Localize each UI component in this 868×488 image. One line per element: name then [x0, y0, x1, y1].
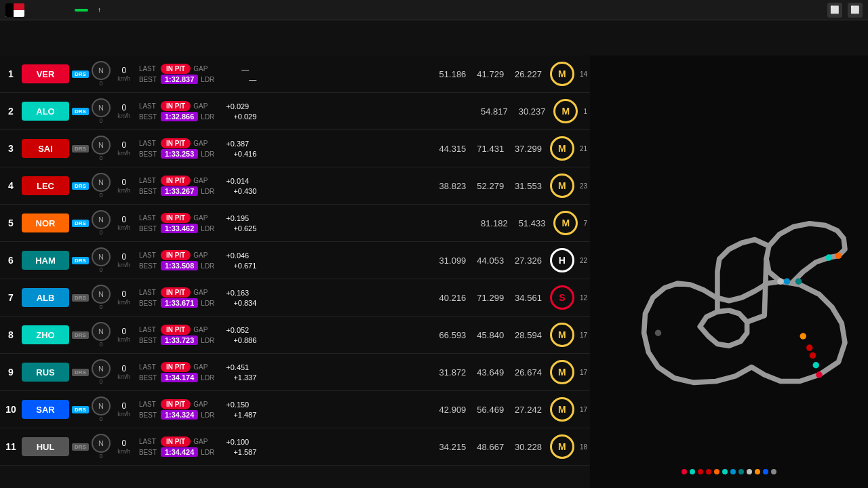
- position-dot: [722, 469, 728, 474]
- tyre-compound-badge: M: [550, 174, 574, 198]
- position-number: 4: [3, 180, 19, 191]
- position-number: 2: [3, 106, 19, 117]
- in-pit-button[interactable]: IN PIT: [161, 176, 191, 186]
- lap-info: LAST IN PIT GAP — BEST 1:32.837 LDR —: [139, 64, 256, 84]
- speed-display: 0 km/h: [113, 439, 135, 455]
- track-map-svg: [600, 143, 858, 401]
- sector1: 38.823: [439, 181, 467, 191]
- main-content: 1 VER DRS N 0 0 km/h LAST IN PIT GAP — B…: [0, 56, 868, 488]
- neutral-circle: N: [92, 396, 111, 415]
- speed-display: 0 km/h: [113, 364, 135, 380]
- sector2: 43.649: [477, 367, 504, 378]
- last-lap-row: LAST IN PIT GAP +0.150: [139, 399, 256, 409]
- sector3: 37.299: [515, 144, 542, 154]
- last-lap-row: LAST IN PIT GAP +0.014: [139, 176, 256, 186]
- position-dots-row: [682, 469, 776, 474]
- position-dot: [730, 469, 736, 474]
- sector1: 66.593: [439, 330, 467, 340]
- in-pit-button[interactable]: IN PIT: [161, 138, 191, 148]
- neutral-sub: 0: [99, 80, 102, 87]
- track-status-badge: [75, 9, 88, 12]
- icon-btn-1[interactable]: ⬜: [827, 3, 842, 18]
- speed-display: 0 km/h: [113, 66, 135, 82]
- neutral-sub: 0: [99, 192, 102, 199]
- in-pit-button[interactable]: IN PIT: [161, 436, 191, 447]
- tyre-laps: 22: [580, 257, 587, 264]
- position-number: 7: [3, 292, 19, 303]
- position-number: 3: [3, 143, 19, 154]
- tyre-compound-badge: M: [550, 62, 574, 86]
- lap-info: LAST IN PIT GAP +0.100 BEST 1:34.424 LDR…: [139, 436, 256, 457]
- driver-row: 11 HUL DRS N 0 0 km/h LAST IN PIT GAP +0…: [0, 428, 590, 466]
- sector1: 51.186: [439, 69, 467, 79]
- lap-info: LAST IN PIT GAP +0.163 BEST 1:33.671 LDR…: [139, 287, 256, 308]
- drs-badge: DRS: [72, 108, 89, 115]
- position-number: 6: [3, 255, 19, 266]
- in-pit-button[interactable]: IN PIT: [161, 101, 191, 111]
- lap-info: LAST IN PIT GAP +0.195 BEST 1:33.462 LDR…: [139, 213, 256, 233]
- in-pit-button[interactable]: IN PIT: [161, 399, 191, 409]
- svg-point-7: [795, 279, 802, 285]
- driver-row: 7 ALB DRS N 0 0 km/h LAST IN PIT GAP +0.…: [0, 279, 590, 317]
- best-lap-row: BEST 1:34.324 LDR +1.487: [139, 410, 256, 420]
- in-pit-button[interactable]: IN PIT: [161, 213, 191, 223]
- neutral-indicator: N 0: [92, 173, 111, 199]
- position-dot: [690, 469, 695, 474]
- drs-badge: DRS: [72, 182, 89, 190]
- tyre-laps: 7: [583, 220, 587, 227]
- speed-display: 0 km/h: [113, 327, 135, 343]
- neutral-circle: N: [92, 247, 111, 266]
- driver-row: 2 ALO DRS N 0 0 km/h LAST IN PIT GAP +0.…: [0, 93, 590, 130]
- neutral-sub: 0: [99, 341, 102, 348]
- tyre-compound-badge: M: [553, 211, 578, 235]
- lap-info: LAST IN PIT GAP +0.014 BEST 1:33.267 LDR…: [139, 176, 256, 196]
- best-lap-time: 1:33.671: [161, 298, 198, 308]
- neutral-sub: 0: [99, 378, 102, 385]
- in-pit-button[interactable]: IN PIT: [161, 64, 191, 74]
- neutral-indicator: N 0: [92, 98, 111, 124]
- driver-name-box: ALO: [22, 102, 69, 121]
- best-lap-time: 1:33.508: [161, 261, 198, 270]
- speed-display: 0 km/h: [113, 178, 135, 194]
- tyre-compound-badge: M: [550, 434, 574, 459]
- neutral-circle: N: [92, 322, 111, 341]
- sector3: 51.433: [519, 218, 546, 228]
- best-lap-time: 1:34.424: [161, 447, 198, 457]
- sector3: 31.553: [515, 181, 542, 191]
- speed-display: 0 km/h: [113, 103, 135, 119]
- position-number: 8: [3, 329, 19, 340]
- last-lap-row: LAST IN PIT GAP +0.052: [139, 325, 256, 335]
- wind-dir-arrow: ↑: [98, 6, 101, 14]
- last-lap-row: LAST IN PIT GAP +0.163: [139, 287, 256, 298]
- in-pit-button[interactable]: IN PIT: [161, 250, 191, 260]
- tyre-laps: 18: [580, 443, 587, 451]
- svg-point-9: [800, 333, 807, 340]
- tyre-laps: 1: [583, 108, 587, 115]
- sector-times: 66.593 45.840 28.594: [260, 330, 547, 340]
- sector2: 48.667: [477, 442, 504, 452]
- svg-point-8: [777, 279, 784, 285]
- best-lap-row: BEST 1:33.723 LDR +0.886: [139, 336, 256, 345]
- icon-btn-2[interactable]: ⬜: [848, 3, 863, 18]
- best-lap-time: 1:33.253: [161, 149, 198, 159]
- best-lap-row: BEST 1:32.866 LDR +0.029: [139, 112, 256, 121]
- sector3: 34.561: [515, 293, 542, 303]
- neutral-circle: N: [92, 210, 111, 229]
- driver-name-box: HUL: [22, 437, 69, 456]
- best-lap-time: 1:32.837: [161, 75, 198, 84]
- position-dot: [755, 469, 760, 474]
- last-lap-row: LAST IN PIT GAP +0.029: [139, 101, 256, 111]
- neutral-indicator: N 0: [92, 61, 111, 87]
- header-bar: ↑ ⬜ ⬜: [0, 0, 868, 20]
- position-number: 10: [3, 404, 19, 415]
- in-pit-button[interactable]: IN PIT: [161, 325, 191, 335]
- neutral-indicator: N 0: [92, 434, 111, 460]
- sector1: 42.909: [439, 405, 467, 415]
- in-pit-button[interactable]: IN PIT: [161, 287, 191, 298]
- driver-row: 10 SAR DRS N 0 0 km/h LAST IN PIT GAP +0…: [0, 391, 590, 428]
- best-lap-row: BEST 1:33.253 LDR +0.416: [139, 149, 256, 159]
- in-pit-button[interactable]: IN PIT: [161, 362, 191, 372]
- position-dot: [771, 469, 776, 474]
- neutral-circle: N: [92, 359, 111, 378]
- neutral-indicator: N 0: [92, 285, 111, 310]
